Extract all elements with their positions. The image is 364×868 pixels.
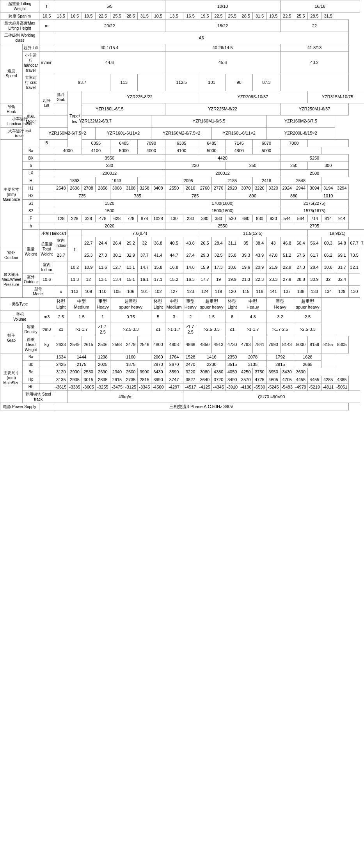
working-class-label: 工作级别 Working class [0,32,39,44]
dim-Ba2-label: Ba [23,353,39,360]
dim-F-label: F [23,215,39,222]
model-section-label: 型号Model [23,286,54,298]
total-weight-label: 总重量TotalWeight [39,237,54,261]
main-size-mm-label: 主要尺寸(mm)MainSize [0,353,23,403]
indoor-wheel-label: 室内Indoor [39,261,54,273]
handcart-weight-label: 小车 Handcart [39,230,68,237]
dim-BX-label: BX [23,154,39,162]
handcar-travel-label: 小车运行handcar travel [23,51,39,74]
crat-travel-label: 大车运行 crattravel [23,74,39,91]
lifting-weight-label: 起重量 Lifting Weight [0,0,39,12]
dim-LX-label: LX [23,169,39,177]
dim-Hb-label: Hb [23,383,39,391]
outdoor-wheel-label: 室外Outdoor [23,273,39,286]
span-label: 跨度 Span m [0,12,39,20]
indoor-label: 室内Indoor [54,237,68,249]
grab-section-label: 抓斗Grab [0,323,23,353]
max-lifting-height-label: 最大起升高度MaxLifting Height [0,20,39,32]
lift-label: 起升 Lift [23,44,39,51]
speed-section-label: 速度Speed [0,44,23,103]
dim-H1-label: H1 [23,185,39,192]
hook-label: 吊钩Hook [0,103,23,115]
steel-track-label: 荐用钢轨 Steel track [23,391,54,403]
dim-H-label: H [23,177,39,185]
motor-lift-label: 起升Lift [39,91,54,115]
weight-section-label: 重量Weight [23,230,39,273]
dim-Bc-label: Bc [23,368,39,376]
dim-S2-label: S2 [23,207,39,215]
dim-H2-label: H2 [23,192,39,199]
dim-b-label: b [23,162,39,169]
outdoor-label: 室外Outdoor [0,249,23,261]
dead-weight-label: 自重DeadWeight [23,336,39,353]
max-wheel-pressure-section-label: 最大轮压Max.WheelPressure [0,261,23,298]
volume-label: 容积Volume [0,311,39,323]
dim-h-label: h [23,222,39,229]
grab-label: 抓斗Grab [54,91,68,103]
power-supply-label: 电源 Power Supply [0,403,39,410]
dim-B-label: B [39,139,54,147]
unit-t: t [39,0,54,12]
type-label: 类型Type [0,298,39,311]
specs-table: 起重量 Lifting Weight t 5/5 10/10 16/16 跨度 … [0,0,364,410]
dim-Hp-label: Hp [23,376,39,383]
crat-travel-motor-label: 大车运行 crattravel [0,127,39,139]
density-label: 容量Density [23,323,39,336]
main-size-section-label: 主要尺寸(mm)Main Size [0,139,23,249]
dim-S1-label: S1 [23,199,39,207]
dim-Bb-label: Bb [23,360,39,368]
dim-Ba-label: Ba [23,147,39,154]
